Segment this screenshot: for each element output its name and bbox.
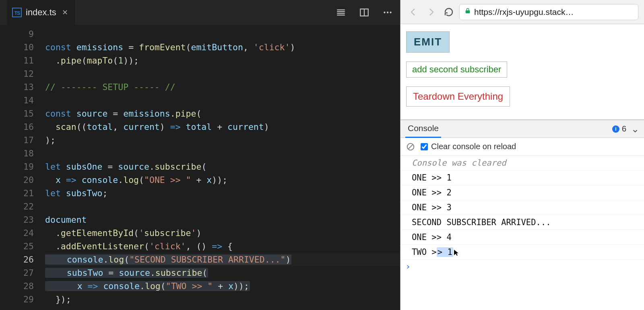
console-log[interactable]: Console was clearedONE >> 1ONE >> 2ONE >… <box>400 156 644 310</box>
svg-point-8 <box>390 12 391 13</box>
url-text: https://rxjs-uyupgu.stack… <box>474 7 633 17</box>
message-count: 6 <box>622 124 626 133</box>
console-tab[interactable]: Console <box>405 120 441 138</box>
console-log-line: SECOND SUBSCRIBER ARRIVED... <box>400 215 644 230</box>
console-toolbar: Clear console on reload <box>400 138 644 156</box>
split-editor-icon[interactable] <box>359 7 369 18</box>
preview-pane: https://rxjs-uyupgu.stack… EMIT add seco… <box>400 0 644 310</box>
devtools-tabs: Console i 6 ⌄ <box>400 120 644 138</box>
add-subscriber-button[interactable]: add second subscriber <box>406 62 507 78</box>
console-log-line: ONE >> 2 <box>400 185 644 200</box>
emit-button[interactable]: EMIT <box>406 31 450 53</box>
message-count-badge[interactable]: i 6 <box>612 124 626 133</box>
lock-icon <box>464 8 471 16</box>
chevron-down-icon[interactable]: ⌄ <box>631 123 639 135</box>
typescript-icon: TS <box>12 8 22 17</box>
clear-console-icon[interactable] <box>406 142 415 151</box>
close-tab-icon[interactable]: ✕ <box>62 8 68 17</box>
nav-back-icon[interactable] <box>406 5 421 19</box>
svg-point-7 <box>387 12 388 13</box>
console-log-line: TWO >> 1 <box>400 245 644 260</box>
clear-on-reload-label: Clear console on reload <box>431 142 516 151</box>
editor-actions <box>336 7 393 18</box>
tab-filename: index.ts <box>26 7 56 18</box>
console-input-prompt[interactable]: › <box>400 260 644 273</box>
reload-icon[interactable] <box>442 5 456 19</box>
nav-forward-icon[interactable] <box>424 5 438 19</box>
svg-line-10 <box>409 144 413 149</box>
console-log-line: ONE >> 1 <box>400 170 644 185</box>
code-content[interactable]: const emissions = fromEvent(emitButton, … <box>45 27 400 310</box>
svg-point-6 <box>384 12 385 13</box>
editor-tab[interactable]: TS index.ts ✕ <box>7 0 76 25</box>
console-log-line: ONE >> 3 <box>400 200 644 215</box>
more-actions-icon[interactable] <box>382 7 393 18</box>
console-log-line: ONE >> 4 <box>400 230 644 245</box>
code-area[interactable]: 9101112131415161718192021222324252627282… <box>0 25 400 310</box>
clear-on-reload-toggle[interactable]: Clear console on reload <box>421 142 516 151</box>
word-wrap-icon[interactable] <box>336 7 346 18</box>
console-log-line: Console was cleared <box>400 156 644 170</box>
line-gutter: 9101112131415161718192021222324252627282… <box>0 27 45 310</box>
url-field[interactable]: https://rxjs-uyupgu.stack… <box>459 4 638 20</box>
rendered-page: EMIT add second subscriber Teardown Ever… <box>400 24 644 120</box>
teardown-button[interactable]: Teardown Everything <box>406 86 510 107</box>
editor-tab-bar: TS index.ts ✕ <box>0 0 400 25</box>
browser-toolbar: https://rxjs-uyupgu.stack… <box>400 0 644 24</box>
devtools-panel: Console i 6 ⌄ Clear console on reload Co… <box>400 120 644 310</box>
clear-on-reload-checkbox[interactable] <box>421 143 428 150</box>
code-editor-pane: TS index.ts ✕ 91011121314151617181920212… <box>0 0 400 310</box>
info-icon: i <box>612 125 619 133</box>
